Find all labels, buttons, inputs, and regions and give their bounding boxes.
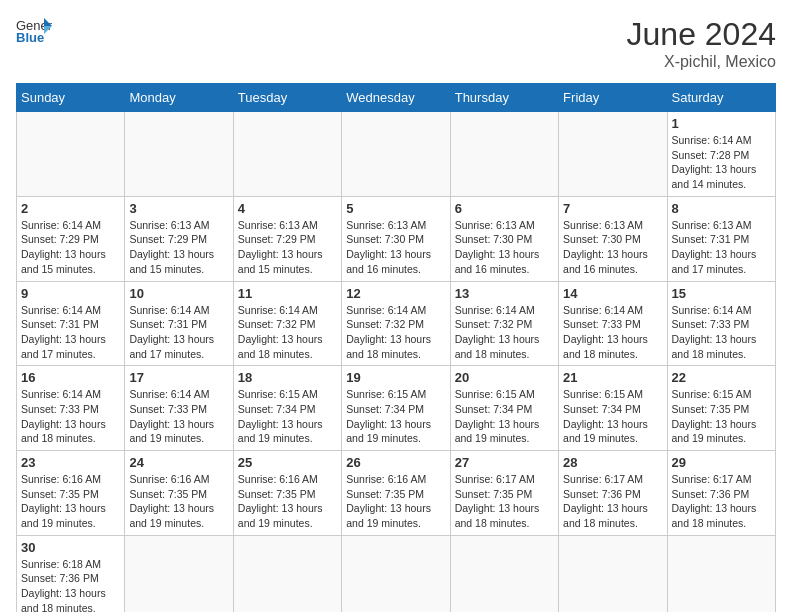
- calendar-cell: 15Sunrise: 6:14 AMSunset: 7:33 PMDayligh…: [667, 281, 775, 366]
- day-number: 25: [238, 455, 337, 470]
- calendar-cell: 30Sunrise: 6:18 AMSunset: 7:36 PMDayligh…: [17, 535, 125, 612]
- calendar-cell: 11Sunrise: 6:14 AMSunset: 7:32 PMDayligh…: [233, 281, 341, 366]
- day-number: 28: [563, 455, 662, 470]
- day-info: Sunrise: 6:15 AMSunset: 7:34 PMDaylight:…: [455, 387, 554, 446]
- calendar-cell: 29Sunrise: 6:17 AMSunset: 7:36 PMDayligh…: [667, 451, 775, 536]
- calendar-cell: 3Sunrise: 6:13 AMSunset: 7:29 PMDaylight…: [125, 196, 233, 281]
- day-info: Sunrise: 6:17 AMSunset: 7:36 PMDaylight:…: [563, 472, 662, 531]
- day-number: 20: [455, 370, 554, 385]
- calendar-cell: [17, 112, 125, 197]
- day-number: 5: [346, 201, 445, 216]
- day-info: Sunrise: 6:13 AMSunset: 7:31 PMDaylight:…: [672, 218, 771, 277]
- calendar-cell: [450, 112, 558, 197]
- day-number: 8: [672, 201, 771, 216]
- day-info: Sunrise: 6:13 AMSunset: 7:30 PMDaylight:…: [346, 218, 445, 277]
- weekday-header: Sunday: [17, 84, 125, 112]
- day-number: 21: [563, 370, 662, 385]
- calendar-cell: [559, 112, 667, 197]
- month-title: June 2024: [627, 16, 776, 53]
- day-number: 15: [672, 286, 771, 301]
- calendar-cell: [667, 535, 775, 612]
- weekday-header-row: SundayMondayTuesdayWednesdayThursdayFrid…: [17, 84, 776, 112]
- day-info: Sunrise: 6:15 AMSunset: 7:34 PMDaylight:…: [563, 387, 662, 446]
- day-info: Sunrise: 6:16 AMSunset: 7:35 PMDaylight:…: [21, 472, 120, 531]
- day-number: 10: [129, 286, 228, 301]
- calendar-cell: 13Sunrise: 6:14 AMSunset: 7:32 PMDayligh…: [450, 281, 558, 366]
- day-number: 30: [21, 540, 120, 555]
- calendar-cell: 18Sunrise: 6:15 AMSunset: 7:34 PMDayligh…: [233, 366, 341, 451]
- weekday-header: Saturday: [667, 84, 775, 112]
- title-block: June 2024 X-pichil, Mexico: [627, 16, 776, 71]
- calendar-cell: 17Sunrise: 6:14 AMSunset: 7:33 PMDayligh…: [125, 366, 233, 451]
- week-row: 2Sunrise: 6:14 AMSunset: 7:29 PMDaylight…: [17, 196, 776, 281]
- day-number: 29: [672, 455, 771, 470]
- day-number: 2: [21, 201, 120, 216]
- day-info: Sunrise: 6:17 AMSunset: 7:36 PMDaylight:…: [672, 472, 771, 531]
- calendar-cell: [559, 535, 667, 612]
- day-info: Sunrise: 6:13 AMSunset: 7:29 PMDaylight:…: [238, 218, 337, 277]
- calendar-cell: 5Sunrise: 6:13 AMSunset: 7:30 PMDaylight…: [342, 196, 450, 281]
- day-info: Sunrise: 6:14 AMSunset: 7:33 PMDaylight:…: [21, 387, 120, 446]
- calendar-cell: 24Sunrise: 6:16 AMSunset: 7:35 PMDayligh…: [125, 451, 233, 536]
- calendar-cell: [233, 112, 341, 197]
- day-number: 13: [455, 286, 554, 301]
- day-number: 19: [346, 370, 445, 385]
- day-number: 16: [21, 370, 120, 385]
- weekday-header: Wednesday: [342, 84, 450, 112]
- day-number: 17: [129, 370, 228, 385]
- week-row: 1Sunrise: 6:14 AMSunset: 7:28 PMDaylight…: [17, 112, 776, 197]
- day-info: Sunrise: 6:14 AMSunset: 7:28 PMDaylight:…: [672, 133, 771, 192]
- location: X-pichil, Mexico: [627, 53, 776, 71]
- day-info: Sunrise: 6:18 AMSunset: 7:36 PMDaylight:…: [21, 557, 120, 612]
- calendar-cell: 19Sunrise: 6:15 AMSunset: 7:34 PMDayligh…: [342, 366, 450, 451]
- day-info: Sunrise: 6:14 AMSunset: 7:33 PMDaylight:…: [672, 303, 771, 362]
- day-number: 3: [129, 201, 228, 216]
- weekday-header: Monday: [125, 84, 233, 112]
- day-number: 24: [129, 455, 228, 470]
- day-number: 22: [672, 370, 771, 385]
- day-number: 9: [21, 286, 120, 301]
- week-row: 30Sunrise: 6:18 AMSunset: 7:36 PMDayligh…: [17, 535, 776, 612]
- calendar-cell: 8Sunrise: 6:13 AMSunset: 7:31 PMDaylight…: [667, 196, 775, 281]
- day-info: Sunrise: 6:14 AMSunset: 7:32 PMDaylight:…: [238, 303, 337, 362]
- day-info: Sunrise: 6:17 AMSunset: 7:35 PMDaylight:…: [455, 472, 554, 531]
- calendar-cell: 25Sunrise: 6:16 AMSunset: 7:35 PMDayligh…: [233, 451, 341, 536]
- week-row: 23Sunrise: 6:16 AMSunset: 7:35 PMDayligh…: [17, 451, 776, 536]
- calendar-table: SundayMondayTuesdayWednesdayThursdayFrid…: [16, 83, 776, 612]
- day-number: 11: [238, 286, 337, 301]
- week-row: 9Sunrise: 6:14 AMSunset: 7:31 PMDaylight…: [17, 281, 776, 366]
- day-info: Sunrise: 6:13 AMSunset: 7:30 PMDaylight:…: [455, 218, 554, 277]
- day-info: Sunrise: 6:14 AMSunset: 7:29 PMDaylight:…: [21, 218, 120, 277]
- day-info: Sunrise: 6:14 AMSunset: 7:33 PMDaylight:…: [563, 303, 662, 362]
- day-info: Sunrise: 6:16 AMSunset: 7:35 PMDaylight:…: [346, 472, 445, 531]
- day-number: 26: [346, 455, 445, 470]
- week-row: 16Sunrise: 6:14 AMSunset: 7:33 PMDayligh…: [17, 366, 776, 451]
- calendar-cell: [342, 112, 450, 197]
- logo-icon: General Blue: [16, 16, 52, 46]
- day-info: Sunrise: 6:14 AMSunset: 7:32 PMDaylight:…: [346, 303, 445, 362]
- day-info: Sunrise: 6:15 AMSunset: 7:34 PMDaylight:…: [238, 387, 337, 446]
- calendar-cell: [450, 535, 558, 612]
- day-info: Sunrise: 6:15 AMSunset: 7:35 PMDaylight:…: [672, 387, 771, 446]
- calendar-cell: 26Sunrise: 6:16 AMSunset: 7:35 PMDayligh…: [342, 451, 450, 536]
- calendar-cell: 4Sunrise: 6:13 AMSunset: 7:29 PMDaylight…: [233, 196, 341, 281]
- page-header: General Blue June 2024 X-pichil, Mexico: [16, 16, 776, 71]
- logo: General Blue: [16, 16, 52, 46]
- day-info: Sunrise: 6:14 AMSunset: 7:32 PMDaylight:…: [455, 303, 554, 362]
- day-number: 1: [672, 116, 771, 131]
- day-number: 6: [455, 201, 554, 216]
- calendar-cell: 9Sunrise: 6:14 AMSunset: 7:31 PMDaylight…: [17, 281, 125, 366]
- day-info: Sunrise: 6:14 AMSunset: 7:31 PMDaylight:…: [129, 303, 228, 362]
- day-info: Sunrise: 6:16 AMSunset: 7:35 PMDaylight:…: [129, 472, 228, 531]
- calendar-cell: 27Sunrise: 6:17 AMSunset: 7:35 PMDayligh…: [450, 451, 558, 536]
- day-number: 12: [346, 286, 445, 301]
- day-info: Sunrise: 6:13 AMSunset: 7:30 PMDaylight:…: [563, 218, 662, 277]
- day-info: Sunrise: 6:14 AMSunset: 7:31 PMDaylight:…: [21, 303, 120, 362]
- calendar-cell: 20Sunrise: 6:15 AMSunset: 7:34 PMDayligh…: [450, 366, 558, 451]
- day-number: 27: [455, 455, 554, 470]
- calendar-cell: [233, 535, 341, 612]
- calendar-cell: 14Sunrise: 6:14 AMSunset: 7:33 PMDayligh…: [559, 281, 667, 366]
- calendar-cell: 12Sunrise: 6:14 AMSunset: 7:32 PMDayligh…: [342, 281, 450, 366]
- calendar-cell: 7Sunrise: 6:13 AMSunset: 7:30 PMDaylight…: [559, 196, 667, 281]
- calendar-cell: 16Sunrise: 6:14 AMSunset: 7:33 PMDayligh…: [17, 366, 125, 451]
